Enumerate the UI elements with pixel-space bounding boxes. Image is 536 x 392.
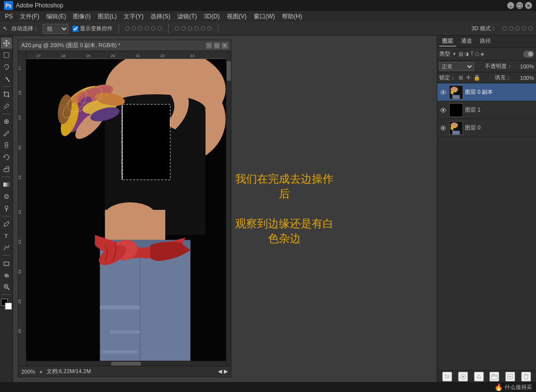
hand-tool-button[interactable] [1, 269, 12, 280]
align-left-icon[interactable]: ⬡ [125, 25, 130, 32]
menu-item-ps[interactable]: PS [2, 12, 16, 21]
smartobj-filter-icon[interactable]: ◈ [480, 51, 484, 57]
distribute-icon1[interactable]: ⬡ [175, 25, 180, 32]
menu-item-help[interactable]: 帮助(H) [279, 11, 305, 22]
3d-icon2[interactable]: ⬡ [509, 25, 514, 32]
menu-item-view[interactable]: 视图(V) [224, 11, 250, 22]
eyedropper-tool-button[interactable] [1, 101, 12, 112]
doc-maximize-button[interactable]: □ [214, 43, 220, 49]
layer-adjustment-button[interactable] [474, 372, 484, 382]
type-filter-icon[interactable]: T [470, 51, 473, 57]
layer-visibility-0[interactable] [439, 124, 447, 132]
filter-toggle[interactable] [523, 51, 534, 58]
distribute-icon2[interactable]: ⬡ [181, 25, 186, 32]
distribute-icon3[interactable]: ⬡ [188, 25, 193, 32]
layer-mask-button[interactable] [458, 372, 468, 382]
menu-item-type[interactable]: 文字(Y) [121, 11, 146, 22]
nav-prev-button[interactable]: ◀ [218, 368, 222, 375]
type-tool-button[interactable]: T [1, 230, 12, 241]
ruler-mark-v-17: 17 [17, 66, 22, 70]
adjust-filter-icon[interactable]: ◑ [465, 51, 469, 57]
3d-icon3[interactable]: ⬡ [515, 25, 520, 32]
dodge-tool-button[interactable] [1, 203, 12, 214]
pixel-filter-icon[interactable]: ▧ [459, 51, 463, 57]
pen-tool-button[interactable] [1, 218, 12, 229]
svg-rect-39 [123, 105, 170, 179]
menu-item-image[interactable]: 图像(I) [70, 11, 93, 22]
shape-filter-icon[interactable]: ◻ [475, 51, 479, 57]
gradient-tool-button[interactable] [1, 179, 12, 190]
distribute-icon5[interactable]: ⬡ [201, 25, 205, 32]
horizontal-scroll-thumb[interactable] [111, 362, 141, 366]
lock-move-icon[interactable]: ✛ [466, 74, 470, 81]
layer-visibility-0-copy[interactable] [439, 88, 447, 96]
menu-item-window[interactable]: 窗口(W) [251, 11, 278, 22]
layer-item-1[interactable]: 图层 1 [437, 101, 536, 119]
doc-minimize-button[interactable]: － [206, 43, 212, 49]
brush-tool-button[interactable] [1, 128, 12, 139]
align-right-icon[interactable]: ⬡ [138, 25, 143, 32]
clone-tool-button[interactable] [1, 140, 12, 151]
menu-item-file[interactable]: 文件(F) [17, 11, 42, 22]
background-color[interactable] [5, 303, 12, 310]
document-vertical-scrollbar[interactable] [226, 59, 231, 366]
svg-point-51 [442, 91, 444, 93]
layer-item-0-copy[interactable]: 图层 0 副本 [437, 83, 536, 101]
doc-close-button[interactable]: × [222, 43, 228, 49]
tab-layers[interactable]: 图层 [439, 36, 456, 47]
menu-item-edit[interactable]: 编辑(E) [43, 11, 69, 22]
close-button[interactable]: × [525, 2, 532, 9]
distribute-icon6[interactable]: ⬡ [207, 25, 212, 32]
healing-tool-button[interactable] [1, 116, 12, 127]
menu-item-3d[interactable]: 3D(D) [201, 12, 223, 21]
vertical-scroll-thumb[interactable] [227, 61, 231, 81]
document-horizontal-scrollbar[interactable] [26, 361, 226, 366]
3d-icon4[interactable]: ⬡ [522, 25, 527, 32]
zoom-level: 200% [21, 369, 35, 375]
selection-tool-button[interactable] [1, 50, 12, 61]
align-middle-icon[interactable]: ⬡ [151, 25, 156, 32]
crop-tool-button[interactable] [1, 89, 12, 100]
layer-visibility-1[interactable] [439, 106, 447, 114]
opacity-label: 不透明度： [485, 63, 512, 70]
layer-group-button[interactable] [489, 372, 499, 382]
history-tool-button[interactable] [1, 152, 12, 163]
blur-tool-button[interactable] [1, 191, 12, 202]
wand-tool-button[interactable] [1, 73, 12, 84]
tab-paths[interactable]: 路径 [477, 36, 494, 47]
delete-layer-button[interactable] [521, 372, 531, 382]
nav-next-button[interactable]: ▶ [224, 368, 228, 375]
align-center-icon[interactable]: ⬡ [132, 25, 136, 32]
menu-item-select[interactable]: 选择(S) [147, 11, 173, 22]
zoom-tool-button[interactable] [1, 281, 12, 292]
menu-item-layer[interactable]: 图层(L) [95, 11, 120, 22]
path-selection-button[interactable] [1, 242, 12, 253]
show-transform-checkbox[interactable] [72, 26, 78, 32]
auto-select-label: 自动选择： [11, 25, 39, 32]
eraser-tool-button[interactable] [1, 164, 12, 175]
svg-line-17 [7, 288, 9, 290]
move-tool-button[interactable] [1, 38, 12, 49]
3d-icon1[interactable]: ⬡ [502, 25, 507, 32]
tab-channels[interactable]: 通道 [458, 36, 475, 47]
auto-select-dropdown[interactable]: 组 图层 [43, 24, 68, 34]
align-top-icon[interactable]: ⬡ [144, 25, 149, 32]
lasso-tool-button[interactable] [1, 62, 12, 72]
maximize-button[interactable]: □ [516, 2, 523, 9]
shape-tool-button[interactable] [1, 258, 12, 268]
3d-icon5[interactable]: ⬡ [528, 25, 533, 32]
layer-item-0[interactable]: 图层 0 [437, 119, 536, 137]
minimize-button[interactable]: － [507, 2, 514, 9]
fg-bg-colors[interactable] [1, 299, 12, 310]
ruler-mark-17: 17 [36, 54, 41, 58]
distribute-icon4[interactable]: ⬡ [194, 25, 199, 32]
menu-item-filter[interactable]: 滤镜(T) [174, 11, 200, 22]
show-transform-label[interactable]: 显示变换控件 [72, 25, 113, 32]
layer-effects-button[interactable]: fx [442, 372, 452, 382]
zhidetai-icon: 🔥 [494, 383, 503, 391]
blend-mode-select[interactable]: 正常 溶解 正片叠底 [439, 62, 474, 71]
align-bottom-icon[interactable]: ⬡ [157, 25, 162, 32]
lock-all-icon[interactable]: 🔒 [473, 74, 480, 81]
lock-pixels-icon[interactable]: ⊞ [459, 74, 463, 81]
new-layer-button[interactable] [505, 372, 515, 382]
